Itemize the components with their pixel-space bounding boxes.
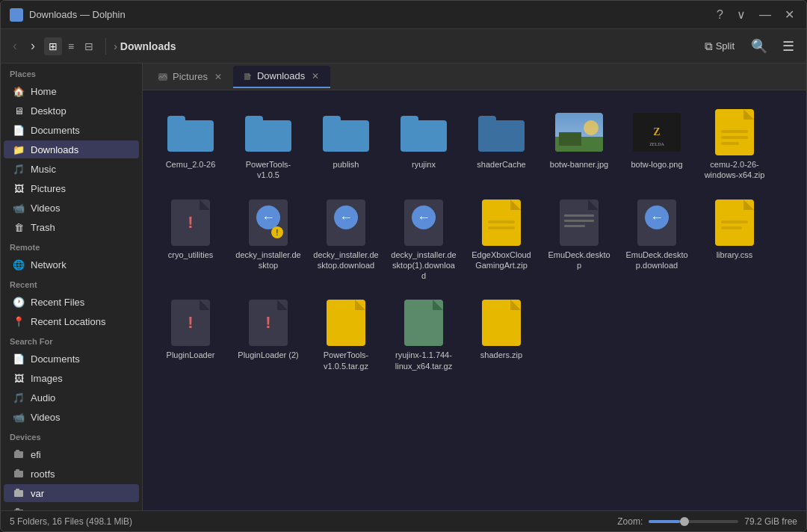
file-name-decky-dl1: decky_installer.desktop.download	[313, 250, 379, 271]
folder-icon-shadercache	[477, 108, 525, 156]
desktop-icon-sidebar: 🖥	[13, 105, 25, 117]
menu-button[interactable]: ☰	[778, 35, 799, 58]
sidebar-item-pictures-label: Pictures	[31, 183, 66, 194]
sidebar-item-search-docs[interactable]: 📄 Documents	[4, 350, 139, 368]
file-name-powertools-tar: PowerTools-v1.0.5.tar.gz	[313, 350, 379, 371]
text-icon-pluginloader2: !	[244, 299, 292, 347]
file-item-ryujinx-tar[interactable]: ryujinx-1.1.744-linux_x64.tar.gz	[388, 293, 460, 377]
image-icon-botw-banner	[555, 108, 603, 156]
tab-downloads[interactable]: Downloads ✕	[233, 66, 330, 88]
file-item-pluginloader[interactable]: ! PluginLoader	[155, 293, 226, 377]
sidebar-item-rootfs[interactable]: rootfs	[4, 465, 139, 483]
music-icon: 🎵	[13, 163, 25, 175]
sidebar-item-network[interactable]: 🌐 Network	[4, 256, 139, 273]
archive-icon-cemu-zip	[711, 108, 758, 156]
sidebar-item-esp[interactable]: esp	[4, 504, 139, 510]
svg-rect-53	[564, 214, 594, 217]
zoom-slider[interactable]	[649, 520, 738, 523]
file-item-edgexbox[interactable]: EdgeXboxCloudGamingArt.zip	[466, 193, 537, 288]
folder-icon-ryujinx	[400, 108, 448, 156]
file-name-publish: publish	[333, 159, 359, 170]
minimize-button[interactable]: ∨	[734, 6, 749, 23]
sidebar-item-search-images[interactable]: 🖼 Images	[4, 369, 139, 387]
sidebar-item-downloads[interactable]: 📁 Downloads	[4, 140, 139, 158]
file-item-shaders-zip[interactable]: shaders.zip	[466, 293, 537, 377]
window-title: Downloads — Dolphin	[29, 9, 126, 20]
sidebar-item-documents-label: Documents	[31, 125, 80, 136]
sidebar-item-pictures[interactable]: 🖼 Pictures	[4, 179, 139, 197]
file-item-shadercache[interactable]: shaderCache	[466, 102, 537, 187]
sidebar-item-recent-locations[interactable]: 📍 Recent Locations	[4, 312, 139, 330]
folder-icon-powertools	[244, 108, 292, 156]
svg-text:←: ←	[262, 210, 275, 225]
sidebar-item-desktop[interactable]: 🖥 Desktop	[4, 102, 139, 120]
sidebar-item-recent-files[interactable]: 🕐 Recent Files	[4, 293, 139, 311]
toolbar: ‹ › ⊞ ≡ ⊟ › Downloads ⧉ Split 🔍 ☰	[1, 29, 806, 64]
videos-icon: 📹	[13, 202, 25, 214]
svg-rect-1	[16, 450, 19, 452]
detail-view-button[interactable]: ≡	[64, 37, 78, 55]
folder-icon-cemu	[167, 108, 214, 156]
file-grid: Cemu_2.0-26 PowerTools-v1.0.5	[143, 90, 806, 389]
svg-rect-14	[245, 116, 263, 125]
close-button[interactable]: ✕	[782, 6, 797, 23]
file-item-pluginloader2[interactable]: ! PluginLoader (2)	[232, 293, 304, 377]
forward-button[interactable]: ›	[26, 35, 40, 57]
tab-pictures[interactable]: Pictures ✕	[149, 66, 233, 87]
sidebar-item-home[interactable]: 🏠 Home	[4, 82, 139, 100]
file-item-emudeck-dl[interactable]: ← EmuDeck.desktop.download	[621, 193, 693, 288]
svg-rect-16	[323, 116, 341, 125]
file-item-decky-dl2[interactable]: ← decky_installer.desktop(1).download	[388, 193, 460, 288]
sidebar-item-efi-label: efi	[31, 449, 41, 460]
file-name-decky-dl2: decky_installer.desktop(1).download	[391, 250, 457, 282]
sidebar-item-search-videos-label: Videos	[31, 412, 61, 423]
downloads-icon: 📁	[13, 143, 25, 155]
sidebar-item-music[interactable]: 🎵 Music	[4, 160, 139, 178]
file-item-powertools[interactable]: PowerTools-v1.0.5	[232, 102, 304, 187]
file-name-cryo: cryo_utilities	[168, 250, 214, 260]
file-item-library-css[interactable]: library.css	[699, 193, 770, 288]
sidebar-item-search-videos[interactable]: 📹 Videos	[4, 408, 139, 426]
sidebar-item-videos[interactable]: 📹 Videos	[4, 199, 139, 217]
file-item-publish[interactable]: publish	[310, 102, 382, 187]
help-button[interactable]: ?	[714, 7, 726, 23]
sidebar-item-trash[interactable]: 🗑 Trash	[4, 218, 139, 236]
svg-rect-0	[14, 451, 23, 458]
search-docs-icon: 📄	[13, 353, 25, 365]
svg-rect-17	[401, 120, 447, 152]
file-item-decky[interactable]: ← ! decky_installer.desktop	[232, 193, 304, 288]
tab-downloads-label: Downloads	[257, 70, 305, 81]
maximize-button[interactable]: —	[756, 7, 774, 23]
file-item-botw-banner[interactable]: botw-banner.jpg	[543, 102, 615, 187]
window: Downloads — Dolphin ? ∨ — ✕ ‹ › ⊞ ≡ ⊟ › …	[0, 0, 807, 532]
file-item-cemu[interactable]: Cemu_2.0-26	[155, 102, 226, 187]
breadcrumb-current[interactable]: Downloads	[120, 40, 176, 52]
back-button[interactable]: ‹	[8, 35, 22, 57]
file-item-cemu-zip[interactable]: cemu-2.0-26-windows-x64.zip	[699, 102, 770, 187]
file-item-decky-dl1[interactable]: ← decky_installer.desktop.download	[310, 193, 382, 288]
search-button[interactable]: 🔍	[746, 35, 772, 58]
file-name-emudeck: EmuDeck.desktop	[546, 250, 612, 271]
sidebar-item-documents[interactable]: 📄 Documents	[4, 121, 139, 139]
sidebar-item-search-audio-label: Audio	[31, 392, 55, 403]
archive-icon-library-css	[711, 199, 758, 247]
file-item-cryo[interactable]: ! cryo_utilities	[155, 193, 226, 288]
tab-pictures-close[interactable]: ✕	[212, 71, 224, 83]
file-name-shaders-zip: shaders.zip	[480, 350, 522, 360]
svg-text:←: ←	[417, 210, 430, 225]
content-area: Places 🏠 Home 🖥 Desktop 📄 Documents 📁 Do…	[1, 64, 806, 510]
sidebar-item-var[interactable]: var	[4, 484, 139, 502]
svg-rect-5	[16, 489, 19, 491]
archive-icon-shaders-zip	[477, 299, 525, 347]
tabs-bar: Pictures ✕ Downloads ✕	[143, 64, 806, 90]
tab-downloads-close[interactable]: ✕	[309, 70, 321, 82]
file-item-botw-logo[interactable]: Z ZELDA botw-logo.png	[621, 102, 693, 187]
column-view-button[interactable]: ⊟	[80, 37, 98, 55]
file-item-ryujinx[interactable]: ryujinx	[388, 102, 460, 187]
sidebar-item-efi[interactable]: efi	[4, 445, 139, 463]
file-item-powertools-tar[interactable]: PowerTools-v1.0.5.tar.gz	[310, 293, 382, 377]
file-item-emudeck[interactable]: EmuDeck.desktop	[543, 193, 615, 288]
icon-view-button[interactable]: ⊞	[44, 37, 62, 55]
split-button[interactable]: ⧉ Split	[699, 37, 740, 55]
sidebar-item-search-audio[interactable]: 🎵 Audio	[4, 389, 139, 406]
